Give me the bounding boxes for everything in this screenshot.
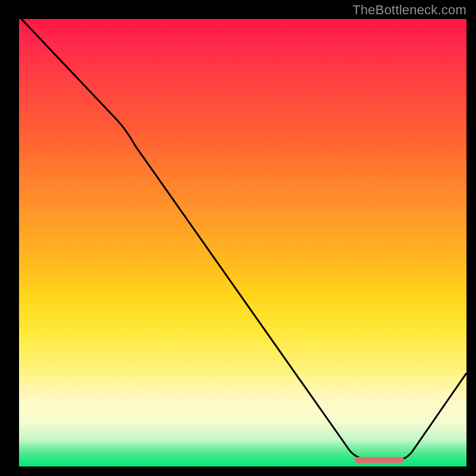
heat-gradient-background [19,19,466,466]
plot-area [19,19,466,466]
chart-frame: TheBottleneck.com [0,0,476,476]
optimal-range-marker [355,457,404,463]
attribution-text: TheBottleneck.com [352,2,466,18]
